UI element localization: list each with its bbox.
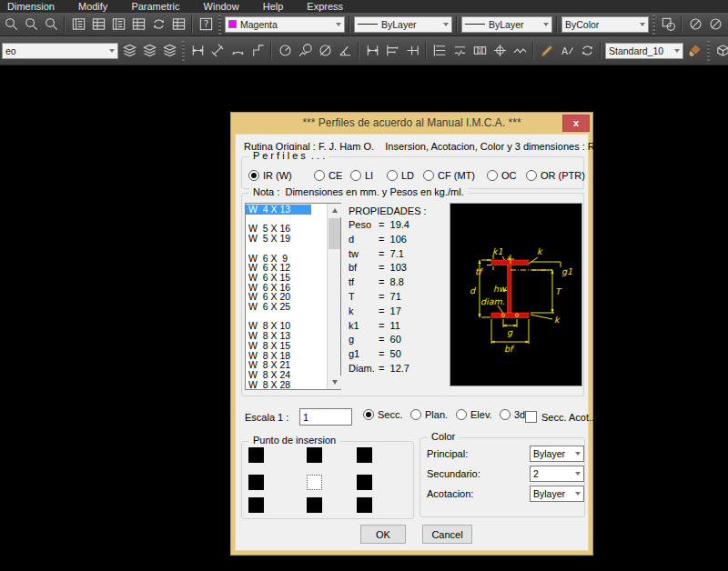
sheet-set-manager-icon[interactable] bbox=[129, 15, 147, 34]
dim-angular-icon[interactable] bbox=[336, 42, 354, 60]
layer-properties-manager-icon[interactable] bbox=[89, 15, 107, 34]
layer-previous-icon[interactable] bbox=[160, 42, 178, 60]
hide-objects-icon[interactable] bbox=[686, 15, 704, 34]
dim-ordinate-icon[interactable] bbox=[248, 42, 267, 60]
solid-box-icon[interactable] bbox=[713, 42, 728, 60]
secc-acot-checkbox[interactable] bbox=[525, 411, 537, 423]
dim-diameter-icon[interactable] bbox=[316, 42, 334, 60]
chevron-down-icon[interactable] bbox=[575, 492, 581, 496]
dim-continue-icon[interactable] bbox=[403, 42, 421, 60]
dim-inspect-icon[interactable] bbox=[511, 42, 529, 60]
insertion-point-bottom-left[interactable] bbox=[248, 497, 264, 513]
chevron-down-icon[interactable] bbox=[575, 452, 581, 456]
profile-list-item[interactable]: W 6 X 25 bbox=[246, 302, 327, 312]
escala-radio-elev[interactable]: Elev. bbox=[456, 408, 492, 421]
menu-item-parametric[interactable]: Parametric bbox=[131, 0, 179, 13]
profile-listbox[interactable]: W 4 X 13 W 5 X 16W 5 X 19 W 6 X 9W 6 X 1… bbox=[245, 203, 341, 390]
insertion-point-bottom-center[interactable] bbox=[307, 497, 322, 513]
profile-list-item[interactable]: W 5 X 19 bbox=[246, 234, 327, 244]
tolerance-icon[interactable] bbox=[470, 42, 489, 60]
escala-radio-plan[interactable]: Plan. bbox=[410, 408, 448, 421]
end-object-isolation-icon[interactable] bbox=[706, 15, 724, 34]
color-control-combo[interactable]: Magenta bbox=[225, 16, 345, 33]
dimstyle-control-combo[interactable]: Standard_10 bbox=[605, 43, 683, 59]
help-icon[interactable] bbox=[197, 15, 215, 34]
plotstyle-control-combo[interactable]: ByColor bbox=[561, 16, 649, 33]
layer-properties-icon[interactable] bbox=[120, 42, 138, 60]
drawing-canvas[interactable]: *** Perfiles de acuerdo al Manual I.M.C.… bbox=[0, 65, 728, 571]
dim-arc-length-icon[interactable] bbox=[228, 42, 247, 60]
escala-radio-3d[interactable]: 3d. bbox=[500, 408, 528, 421]
linetype-control-combo[interactable]: ByLayer bbox=[354, 16, 452, 33]
dim-jogged-icon[interactable] bbox=[296, 42, 314, 60]
perfil-radio-ld[interactable]: LD bbox=[387, 169, 414, 182]
color-acotacion-combo[interactable]: Bylayer bbox=[530, 486, 584, 502]
chevron-down-icon[interactable] bbox=[640, 23, 645, 26]
menu-item-express[interactable]: Express bbox=[307, 0, 343, 13]
dim-linear-icon[interactable] bbox=[188, 42, 207, 60]
dim-update-icon[interactable] bbox=[578, 42, 596, 60]
perfil-radio-ce[interactable]: CE bbox=[314, 169, 342, 182]
ok-button[interactable]: OK bbox=[360, 525, 406, 544]
zoom-window-icon[interactable] bbox=[22, 15, 40, 34]
layer-states-icon[interactable] bbox=[140, 42, 158, 60]
menu-item-help[interactable]: Help bbox=[263, 0, 284, 13]
zoom-previous-icon[interactable] bbox=[42, 15, 60, 34]
toolbar-grip[interactable] bbox=[652, 15, 655, 35]
dim-quick-icon[interactable] bbox=[363, 42, 381, 60]
chevron-down-icon[interactable] bbox=[336, 23, 341, 26]
dim-style-brush-icon[interactable] bbox=[685, 42, 703, 60]
insertion-point-center[interactable] bbox=[307, 475, 322, 490]
dim-baseline-icon[interactable] bbox=[383, 42, 401, 60]
toolbar-grip[interactable] bbox=[182, 41, 185, 61]
toolbar-grip[interactable] bbox=[218, 15, 221, 35]
dialog-titlebar[interactable]: *** Perfiles de acuerdo al Manual I.M.C.… bbox=[231, 113, 592, 134]
center-mark-icon[interactable] bbox=[490, 42, 509, 60]
insertion-point-top-center[interactable] bbox=[307, 447, 322, 463]
tool-palettes-icon[interactable] bbox=[109, 15, 127, 34]
dim-break-icon[interactable] bbox=[450, 42, 469, 60]
perfil-radio-oc[interactable]: OC bbox=[487, 169, 517, 182]
perfil-radio-li[interactable]: LI bbox=[350, 169, 373, 182]
isolate-objects-icon[interactable] bbox=[659, 15, 677, 34]
insertion-point-top-left[interactable] bbox=[248, 447, 264, 463]
chevron-down-icon[interactable] bbox=[674, 49, 680, 53]
scroll-up-button[interactable] bbox=[328, 204, 341, 217]
dim-space-icon[interactable] bbox=[430, 42, 449, 60]
profile-list-item[interactable] bbox=[246, 244, 327, 254]
markup-set-manager-icon[interactable] bbox=[149, 15, 167, 34]
dim-aligned-icon[interactable] bbox=[208, 42, 227, 60]
chevron-down-icon[interactable] bbox=[443, 23, 449, 26]
profile-list-item[interactable]: W 8 X 28 bbox=[246, 380, 327, 389]
scroll-down-button[interactable] bbox=[328, 376, 341, 389]
menu-item-modify[interactable]: Modify bbox=[78, 0, 107, 13]
insertion-point-top-right[interactable] bbox=[357, 447, 372, 463]
menu-item-dimension[interactable]: Dimension bbox=[7, 0, 55, 13]
dim-radius-icon[interactable] bbox=[276, 42, 294, 60]
scrollbar-thumb[interactable] bbox=[329, 218, 340, 249]
perfil-radio-or-ptr[interactable]: OR (PTR) bbox=[526, 169, 585, 182]
dim-edit-icon[interactable] bbox=[538, 42, 556, 60]
listbox-scrollbar[interactable] bbox=[327, 204, 340, 389]
color-secundario-combo[interactable]: 2 bbox=[530, 466, 584, 482]
properties-palette-icon[interactable] bbox=[69, 15, 87, 34]
menu-item-window[interactable]: Window bbox=[204, 0, 239, 13]
insertion-point-middle-right[interactable] bbox=[357, 475, 372, 490]
profile-list-item[interactable]: W 4 X 13 bbox=[246, 205, 311, 215]
zoom-realtime-icon[interactable] bbox=[2, 15, 20, 34]
profile-list-item[interactable]: W 8 X 15 bbox=[246, 341, 327, 351]
dim-text-edit-icon[interactable] bbox=[558, 42, 576, 60]
chevron-down-icon[interactable] bbox=[575, 472, 581, 476]
perfil-radio-ir-w[interactable]: IR (W) bbox=[248, 169, 292, 182]
toolbar-grip[interactable] bbox=[707, 41, 710, 61]
chevron-down-icon[interactable] bbox=[543, 23, 549, 26]
chevron-down-icon[interactable] bbox=[109, 49, 115, 53]
close-button[interactable]: x bbox=[562, 115, 590, 132]
escala-radio-secc[interactable]: Secc. bbox=[363, 408, 403, 421]
lineweight-control-combo[interactable]: ByLayer bbox=[461, 16, 552, 33]
quickcalc-icon[interactable] bbox=[169, 15, 187, 34]
color-principal-combo[interactable]: Bylayer bbox=[530, 446, 584, 462]
perfil-radio-cf-mt[interactable]: CF (MT) bbox=[423, 169, 475, 182]
insertion-point-bottom-right[interactable] bbox=[357, 497, 372, 513]
layer-control-combo[interactable]: eo bbox=[2, 43, 118, 59]
